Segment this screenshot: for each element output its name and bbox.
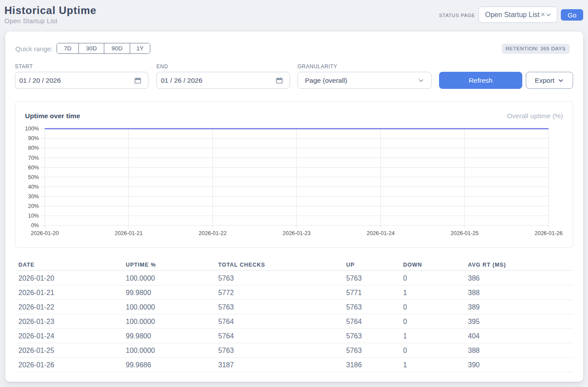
svg-text:80%: 80% — [28, 145, 39, 151]
svg-text:20%: 20% — [28, 203, 39, 209]
svg-text:2026-01-24: 2026-01-24 — [367, 230, 395, 236]
svg-text:2026-01-23: 2026-01-23 — [283, 230, 311, 236]
svg-text:40%: 40% — [28, 184, 39, 190]
svg-text:2026-01-22: 2026-01-22 — [198, 230, 227, 236]
svg-text:2026-01-25: 2026-01-25 — [450, 230, 478, 236]
svg-text:90%: 90% — [28, 135, 39, 141]
svg-text:2026-01-21: 2026-01-21 — [115, 230, 143, 236]
svg-text:10%: 10% — [28, 213, 39, 219]
svg-text:50%: 50% — [28, 174, 39, 180]
svg-text:2026-01-20: 2026-01-20 — [31, 230, 59, 236]
svg-text:100%: 100% — [25, 126, 39, 132]
svg-text:70%: 70% — [28, 155, 39, 161]
svg-text:2026-01-26: 2026-01-26 — [535, 230, 563, 236]
svg-text:0%: 0% — [31, 222, 39, 229]
svg-text:30%: 30% — [28, 194, 39, 200]
svg-text:60%: 60% — [28, 165, 39, 171]
